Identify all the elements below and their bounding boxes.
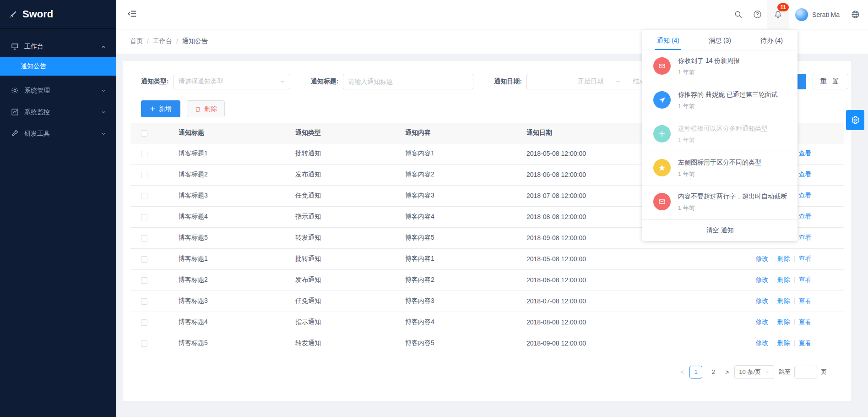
edit-link[interactable]: 修改 bbox=[756, 255, 769, 262]
chart-icon bbox=[11, 108, 19, 116]
view-link[interactable]: 查看 bbox=[799, 213, 812, 220]
jump-page-input[interactable] bbox=[794, 366, 817, 379]
row-checkbox[interactable] bbox=[141, 235, 147, 241]
star-icon bbox=[653, 159, 671, 176]
chevron-down-icon bbox=[765, 369, 770, 374]
notification-text: 这种模板可以区分多种通知类型 bbox=[678, 124, 768, 133]
mail-icon bbox=[653, 193, 671, 210]
next-page-button[interactable]: > bbox=[724, 368, 730, 376]
row-checkbox[interactable] bbox=[141, 340, 147, 347]
notice-title-input[interactable] bbox=[348, 78, 468, 85]
row-checkbox[interactable] bbox=[141, 214, 147, 220]
cell-title: 博客标题4 bbox=[158, 206, 275, 227]
edit-link[interactable]: 修改 bbox=[756, 318, 769, 325]
cell-content: 博客内容1 bbox=[385, 143, 506, 164]
view-link[interactable]: 查看 bbox=[799, 234, 812, 241]
delete-link[interactable]: 删除 bbox=[777, 297, 790, 304]
notification-tabs: 通知 (4) 消息 (3) 待办 (4) bbox=[642, 30, 797, 50]
search-icon bbox=[734, 10, 743, 19]
cell-date: 2018-09-08 12:00:00 bbox=[506, 333, 723, 354]
page-1-button[interactable]: 1 bbox=[689, 366, 702, 379]
notification-item[interactable]: 你收到了 14 份新周报 1 年前 bbox=[642, 50, 797, 84]
sidebar-item-notice[interactable]: 通知公告 bbox=[0, 57, 116, 76]
page-size-select[interactable]: 10 条/页 bbox=[734, 365, 774, 379]
theme-settings-button[interactable] bbox=[846, 110, 864, 130]
select-all-checkbox[interactable] bbox=[141, 130, 147, 137]
cell-date: 2018-06-08 12:00:00 bbox=[506, 269, 723, 291]
pagination: < 1 2 > 10 条/页 跳至 页 bbox=[123, 365, 827, 379]
chevron-down-icon bbox=[101, 131, 106, 137]
view-link[interactable]: 查看 bbox=[799, 276, 812, 283]
reset-button[interactable]: 重 置 bbox=[813, 74, 848, 89]
edit-link[interactable]: 修改 bbox=[756, 276, 769, 283]
row-checkbox[interactable] bbox=[141, 319, 147, 326]
view-link[interactable]: 查看 bbox=[799, 192, 812, 199]
cell-type: 任免通知 bbox=[275, 185, 385, 206]
cell-title: 博客标题5 bbox=[158, 333, 275, 354]
delete-link[interactable]: 删除 bbox=[777, 318, 790, 325]
row-checkbox[interactable] bbox=[141, 256, 147, 263]
app-root: Sword 工作台 通知公告 系统管理 bbox=[0, 0, 868, 417]
cell-type: 批转通知 bbox=[275, 248, 385, 269]
sidebar-item-workbench[interactable]: 工作台 bbox=[0, 36, 116, 57]
notification-item[interactable]: 这种模板可以区分多种通知类型 1 年前 bbox=[642, 118, 797, 152]
date-start-placeholder: 开始日期 bbox=[578, 77, 603, 86]
search-button[interactable] bbox=[728, 0, 748, 29]
tab-messages[interactable]: 消息 (3) bbox=[694, 30, 746, 50]
cell-title: 博客标题5 bbox=[158, 227, 275, 248]
help-button[interactable] bbox=[748, 0, 767, 29]
sword-icon bbox=[9, 11, 17, 18]
cell-title: 博客标题3 bbox=[158, 185, 275, 206]
row-checkbox[interactable] bbox=[141, 277, 147, 284]
edit-link[interactable]: 修改 bbox=[756, 339, 769, 346]
cell-type: 发布通知 bbox=[275, 164, 385, 185]
prev-page-button[interactable]: < bbox=[679, 368, 685, 376]
breadcrumb-home[interactable]: 首页 bbox=[130, 37, 143, 45]
chevron-down-icon bbox=[101, 110, 106, 115]
delete-link[interactable]: 删除 bbox=[777, 276, 790, 283]
header-title: 通知标题 bbox=[158, 123, 275, 143]
clear-notifications-button[interactable]: 清空 通知 bbox=[642, 220, 797, 241]
paper-plane-icon bbox=[653, 91, 671, 109]
view-link[interactable]: 查看 bbox=[799, 255, 812, 262]
view-link[interactable]: 查看 bbox=[799, 170, 812, 178]
notice-type-select[interactable]: 请选择通知类型 bbox=[174, 74, 290, 89]
add-button[interactable]: 新增 bbox=[141, 100, 180, 117]
wrench-icon bbox=[11, 130, 19, 137]
sidebar-item-dev-tools[interactable]: 研发工具 bbox=[0, 123, 116, 144]
cell-type: 转发通知 bbox=[275, 333, 385, 354]
delete-link[interactable]: 删除 bbox=[777, 339, 790, 346]
breadcrumb-workbench[interactable]: 工作台 bbox=[153, 37, 172, 45]
select-placeholder: 请选择通知类型 bbox=[179, 77, 223, 86]
page-size-value: 10 条/页 bbox=[739, 368, 761, 376]
row-checkbox[interactable] bbox=[141, 193, 147, 199]
tab-notifications[interactable]: 通知 (4) bbox=[642, 30, 694, 50]
view-link[interactable]: 查看 bbox=[799, 297, 812, 304]
sidebar-item-system-mgmt[interactable]: 系统管理 bbox=[0, 80, 116, 101]
cell-content: 博客内容5 bbox=[385, 227, 506, 248]
delete-button[interactable]: 删除 bbox=[187, 100, 225, 117]
notification-item[interactable]: 你推荐的 曲妮妮 已通过第三轮面试 1 年前 bbox=[642, 84, 797, 118]
globe-icon bbox=[851, 10, 860, 19]
notification-item[interactable]: 左侧图标用于区分不同的类型 1 年前 bbox=[642, 152, 797, 186]
row-checkbox[interactable] bbox=[141, 172, 147, 178]
notification-item[interactable]: 内容不要超过两行字，超出时自动截断 1 年前 bbox=[642, 186, 797, 220]
tab-todos[interactable]: 待办 (4) bbox=[746, 30, 797, 50]
view-link[interactable]: 查看 bbox=[799, 318, 812, 325]
sidebar-item-system-monitor[interactable]: 系统监控 bbox=[0, 101, 116, 123]
view-link[interactable]: 查看 bbox=[799, 339, 812, 346]
edit-link[interactable]: 修改 bbox=[756, 297, 769, 304]
user-menu[interactable]: Serati Ma bbox=[789, 8, 846, 21]
table-row: 博客标题4 指示通知 博客内容4 2018-08-08 12:00:00 修改删… bbox=[130, 312, 844, 333]
breadcrumb-current: 通知公告 bbox=[182, 37, 208, 45]
sidebar-collapse-button[interactable] bbox=[127, 9, 137, 21]
row-checkbox[interactable] bbox=[141, 298, 147, 305]
view-link[interactable]: 查看 bbox=[799, 149, 812, 157]
row-checkbox[interactable] bbox=[141, 151, 147, 157]
language-button[interactable] bbox=[846, 0, 864, 29]
sidebar-item-label: 通知公告 bbox=[21, 62, 46, 71]
notifications-button[interactable]: 11 bbox=[767, 0, 789, 29]
delete-link[interactable]: 删除 bbox=[777, 255, 790, 262]
monitor-icon bbox=[11, 43, 19, 50]
page-2-button[interactable]: 2 bbox=[707, 366, 720, 379]
